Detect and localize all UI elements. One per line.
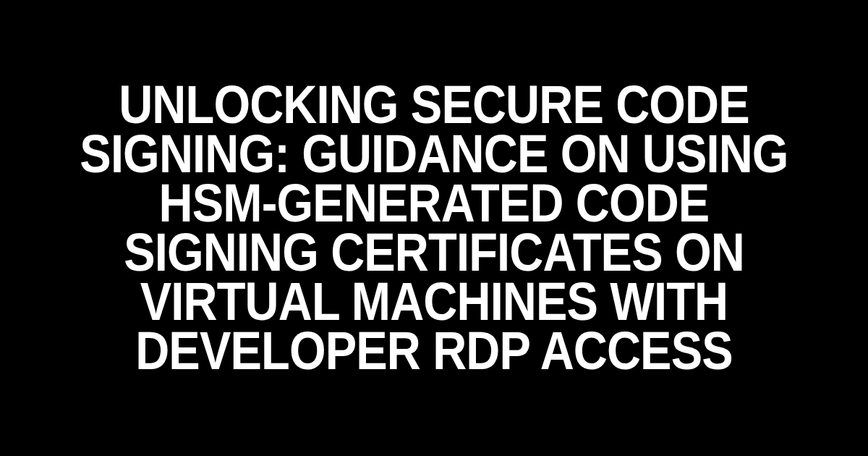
page-title: Unlocking Secure Code Signing: Guidance …: [52, 80, 816, 376]
